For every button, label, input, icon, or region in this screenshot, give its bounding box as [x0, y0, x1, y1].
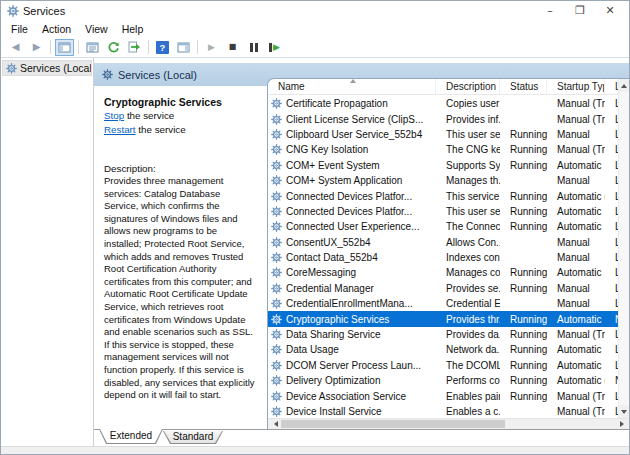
column-header-status[interactable]: Status: [500, 79, 547, 94]
menu-file[interactable]: File: [4, 22, 35, 36]
tab-standard[interactable]: Standard: [163, 431, 223, 444]
scroll-left-button[interactable]: [268, 419, 280, 429]
service-name: Device Association Service: [286, 391, 406, 402]
menu-view[interactable]: View: [78, 22, 115, 36]
table-row[interactable]: Device Association ServiceEnables pair..…: [268, 388, 629, 403]
window-controls: –❐✕: [535, 2, 625, 19]
table-row[interactable]: COM+ System ApplicationManages th...Manu…: [268, 173, 629, 188]
service-gear-icon: [271, 206, 282, 217]
service-status-cell: Running: [500, 344, 547, 355]
table-row[interactable]: COM+ Event SystemSupports Sy...RunningAu…: [268, 158, 629, 173]
table-row[interactable]: Data UsageNetwork da...RunningAutomaticL…: [268, 342, 629, 357]
scroll-right-button[interactable]: [617, 419, 629, 429]
table-row[interactable]: Certificate PropagationCopies user ...Ma…: [268, 96, 629, 111]
stop-service-link[interactable]: Stop: [104, 110, 124, 121]
service-name: Clipboard User Service_552b4: [286, 129, 422, 140]
service-startup-cell: Manual: [547, 237, 605, 248]
service-name: Data Usage: [286, 344, 339, 355]
table-row[interactable]: Clipboard User Service_552b4This user se…: [268, 127, 629, 142]
column-header-description[interactable]: Description: [436, 79, 500, 94]
service-name: Cryptographic Services: [286, 314, 389, 325]
scroll-up-button[interactable]: [619, 79, 629, 92]
start-service-icon[interactable]: ▶: [202, 39, 221, 56]
service-startup-cell: Automatic: [547, 314, 605, 325]
pause-service-icon[interactable]: [244, 39, 263, 56]
close-button[interactable]: ✕: [595, 2, 625, 19]
service-description-cell: The DCOML...: [436, 360, 500, 371]
table-row[interactable]: Data Sharing ServiceProvides da...Runnin…: [268, 327, 629, 342]
service-gear-icon: [271, 298, 282, 309]
service-name-cell: Data Sharing Service: [268, 329, 436, 340]
status-strip: [1, 446, 629, 454]
table-row[interactable]: ConsentUX_552b4Allows Con...ManualLoca: [268, 235, 629, 250]
table-row[interactable]: Device Install ServiceEnables a c...Manu…: [268, 404, 629, 418]
tab-extended[interactable]: Extended: [99, 429, 163, 444]
service-gear-icon: [271, 237, 282, 248]
service-description-cell: Provides da...: [436, 329, 500, 340]
horizontal-scrollbar[interactable]: [268, 418, 629, 429]
service-gear-icon: [271, 360, 282, 371]
minimize-button[interactable]: –: [535, 2, 565, 19]
scroll-down-button[interactable]: [619, 405, 629, 418]
export-list-icon[interactable]: [125, 39, 144, 56]
service-gear-icon: [271, 175, 282, 186]
scroll-left-icon: [271, 421, 278, 427]
list-body: Certificate PropagationCopies user ...Ma…: [268, 96, 629, 418]
service-name-cell: DCOM Server Process Laun...: [268, 360, 436, 371]
table-row[interactable]: Cryptographic ServicesProvides thr...Run…: [268, 311, 629, 326]
table-row[interactable]: Connected User Experience...The Connec..…: [268, 219, 629, 234]
service-gear-icon: [271, 114, 282, 125]
maximize-button[interactable]: ❐: [565, 2, 595, 19]
table-row[interactable]: Credential ManagerProvides se...RunningM…: [268, 281, 629, 296]
service-status-cell: Running: [500, 375, 547, 386]
table-row[interactable]: Connected Devices Platfor...This service…: [268, 188, 629, 203]
table-row[interactable]: CredentialEnrollmentMana...Credential E.…: [268, 296, 629, 311]
horizontal-scroll-thumb[interactable]: [281, 420, 505, 428]
vertical-scrollbar[interactable]: [618, 79, 629, 418]
refresh-icon[interactable]: [104, 39, 123, 56]
service-gear-icon: [271, 252, 282, 263]
menu-help[interactable]: Help: [115, 22, 151, 36]
table-row[interactable]: CoreMessagingManages co...RunningAutomat…: [268, 265, 629, 280]
forward-icon[interactable]: ▶: [27, 39, 46, 56]
service-name-cell: COM+ System Application: [268, 175, 436, 186]
service-name-cell: Certificate Propagation: [268, 98, 436, 109]
service-gear-icon: [271, 329, 282, 340]
service-status-cell: Running: [500, 283, 547, 294]
scroll-down-icon: [621, 410, 627, 414]
service-name: Connected Devices Platfor...: [286, 206, 412, 217]
service-name-cell: CNG Key Isolation: [268, 144, 436, 155]
table-row[interactable]: Client License Service (ClipS...Provides…: [268, 111, 629, 126]
restart-service-link[interactable]: Restart: [104, 124, 136, 135]
restart-service-icon[interactable]: ▶: [265, 39, 284, 56]
tree-item-services-local[interactable]: Services (Local): [2, 60, 92, 76]
service-startup-cell: Manual: [547, 129, 605, 140]
console-tree-pane: Services (Local): [1, 58, 94, 446]
service-gear-icon: [271, 375, 282, 386]
menu-action[interactable]: Action: [35, 22, 78, 36]
properties-icon[interactable]: [83, 39, 102, 56]
table-row[interactable]: Delivery OptimizationPerforms co...Runni…: [268, 373, 629, 388]
service-gear-icon: [271, 221, 282, 232]
help-icon[interactable]: ?: [153, 39, 172, 56]
table-row[interactable]: Contact Data_552b4Indexes con...ManualLo…: [268, 250, 629, 265]
service-description-cell: Provides thr...: [436, 314, 500, 325]
service-gear-icon: [271, 129, 282, 140]
table-row[interactable]: CNG Key IsolationThe CNG ke...RunningMan…: [268, 142, 629, 157]
tree-item-label: Services (Local): [20, 62, 92, 74]
stop-service-icon[interactable]: ■: [223, 39, 242, 56]
table-row[interactable]: Connected Devices Platfor...This user se…: [268, 204, 629, 219]
service-startup-cell: Manual (Trig...: [547, 114, 605, 125]
service-startup-cell: Manual (Trig...: [547, 144, 605, 155]
back-icon[interactable]: ◀: [6, 39, 25, 56]
table-row[interactable]: DCOM Server Process Laun...The DCOML...R…: [268, 358, 629, 373]
show-action-pane-icon[interactable]: [174, 39, 193, 56]
service-status-cell: Running: [500, 206, 547, 217]
service-name-cell: ConsentUX_552b4: [268, 237, 436, 248]
service-startup-cell: Manual (Trig...: [547, 406, 605, 417]
service-description-cell: Enables pair...: [436, 391, 500, 402]
column-header-startup-type[interactable]: Startup Type: [547, 79, 605, 94]
service-gear-icon: [271, 344, 282, 355]
show-console-tree-icon[interactable]: [55, 39, 74, 56]
selected-service-title: Cryptographic Services: [104, 96, 257, 108]
